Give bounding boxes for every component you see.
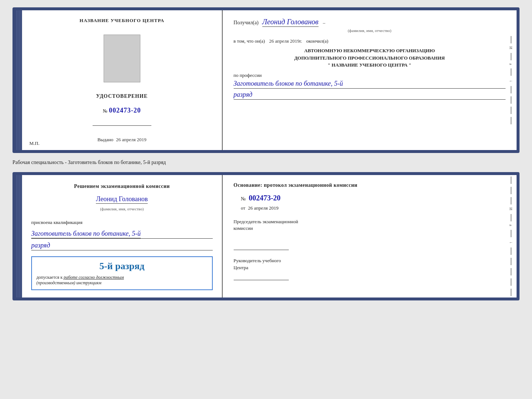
chairman-text: Председатель экзаменационной комиссии: [234, 219, 298, 231]
cert-number-prefix: №: [103, 108, 107, 114]
org-line3: " НАЗВАНИЕ УЧЕБНОГО ЦЕНТРА ": [234, 61, 506, 69]
cert-number: 002473-20: [109, 107, 141, 114]
stamp-admit: допускается к работе согласно должностны…: [36, 275, 208, 280]
from-date-value: 26 апреля 2019: [248, 205, 278, 211]
org-line1: АВТОНОМНУЮ НЕКОММЕРЧЕСКУЮ ОРГАНИЗАЦИЮ: [234, 47, 506, 54]
from-prefix: от: [241, 205, 245, 211]
org-line2: ДОПОЛНИТЕЛЬНОГО ПРОФЕССИОНАЛЬНОГО ОБРАЗО…: [234, 54, 506, 62]
qualification-name: Заготовитель блоков по ботанике, 5-й: [31, 230, 141, 238]
assigned-label: присвоена квалификация: [31, 220, 82, 225]
chairman-signature-line: [234, 241, 289, 250]
recipient-name-top: Леонид Голованов: [262, 18, 319, 27]
mp-label: М.П.: [29, 140, 39, 146]
person-sublabel-bottom: (фамилия, имя, отчество): [31, 207, 213, 211]
stamp-work: работе согласно должностным: [64, 275, 124, 280]
certify-label: в том, что он(а): [234, 38, 265, 44]
top-document: НАЗВАНИЕ УЧЕБНОГО ЦЕНТРА УДОСТОВЕРЕНИЕ №…: [12, 7, 520, 153]
document-spine: [15, 10, 22, 150]
profession-name-top: Заготовитель блоков по ботанике, 5-й: [234, 80, 506, 89]
issued-label: Выдано: [97, 137, 113, 142]
person-name-bottom: Леонид Голованов: [96, 195, 148, 204]
photo-placeholder: [104, 35, 140, 82]
issued-line: Выдано 26 апреля 2019: [97, 137, 146, 143]
stamp-admit-label: допускается к: [36, 275, 62, 280]
stamp-box: 5-й разряд допускается к работе согласно…: [31, 256, 213, 290]
right-edge-top: И а ←: [506, 10, 517, 150]
stamp-razryad-text: 5-й разряд: [36, 261, 208, 272]
profession-label: по профессии: [234, 72, 506, 78]
org-name-block: АВТОНОМНУЮ НЕКОММЕРЧЕСКУЮ ОРГАНИЗАЦИЮ ДО…: [234, 47, 506, 69]
commission-text: Решением экзаменационной комиссии: [31, 182, 213, 190]
right-edge-bottom: И а ←: [506, 175, 517, 298]
number-prefix-bottom: №: [241, 196, 246, 202]
certify-date: 26 апреля 2019г.: [269, 38, 302, 44]
bottom-doc-left: Решением экзаменационной комиссии Леонид…: [22, 175, 223, 298]
top-doc-left: НАЗВАНИЕ УЧЕБНОГО ЦЕНТРА УДОСТОВЕРЕНИЕ №…: [22, 10, 223, 150]
director-text: Руководитель учебного Центра: [234, 258, 281, 270]
from-date-line: от 26 апреля 2019: [241, 205, 498, 211]
certify-text: в том, что он(а) 26 апреля 2019г. окончи…: [234, 38, 506, 44]
cert-title: УДОСТОВЕРЕНИЕ: [96, 93, 148, 99]
top-doc-right: Получил(а) Леонид Голованов – (фамилия, …: [223, 10, 517, 150]
bottom-document: Решением экзаменационной комиссии Леонид…: [12, 172, 520, 300]
protocol-number: 002473-20: [249, 194, 281, 202]
osnov-label: Основание: протокол экзаменационной коми…: [234, 182, 498, 188]
specialty-separator: Рабочая специальность - Заготовитель бло…: [12, 157, 520, 168]
bottom-doc-right: Основание: протокол экзаменационной коми…: [223, 175, 517, 298]
director-label: Руководитель учебного Центра: [234, 257, 498, 271]
razryad-top: разряд: [234, 91, 506, 100]
stamp-instructions: (производственным) инструкциям: [36, 280, 208, 286]
document-spine-bottom: [15, 175, 22, 298]
razryad-bottom: разряд: [31, 242, 50, 250]
completed-label: окончил(а): [306, 38, 328, 44]
recipient-prefix: Получил(а): [234, 20, 259, 25]
issued-date-value: 26 апреля 2019: [116, 137, 147, 142]
recipient-sublabel-top: (фамилия, имя, отчество): [234, 28, 506, 33]
school-name-top: НАЗВАНИЕ УЧЕБНОГО ЦЕНТРА: [80, 18, 165, 24]
director-signature-line: [234, 271, 289, 280]
chairman-label: Председатель экзаменационной комиссии: [234, 218, 498, 232]
